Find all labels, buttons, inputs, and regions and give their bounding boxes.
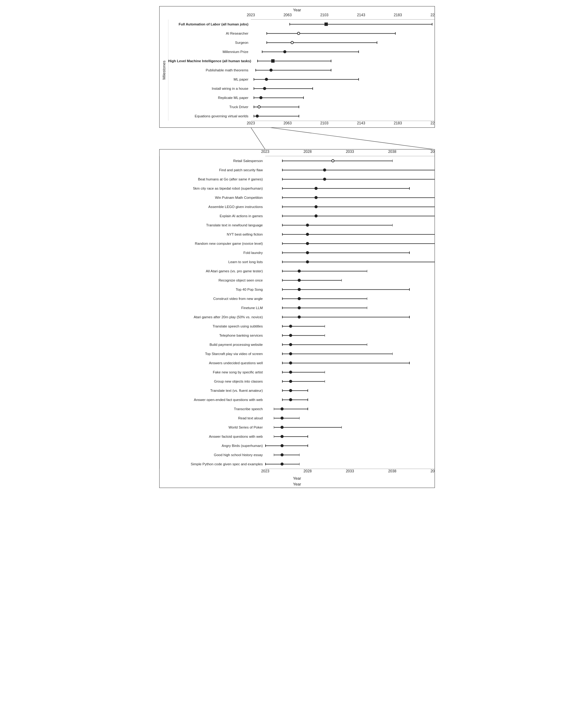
- cap-left-14: [282, 288, 283, 291]
- cap-left-33: [265, 463, 266, 465]
- cap-left-18: [282, 325, 283, 327]
- dot-1: [297, 32, 300, 35]
- whisker-7: [254, 88, 312, 89]
- cap-right-17: [409, 316, 410, 318]
- whisker-28: [274, 418, 299, 418]
- cap-left-20: [282, 343, 283, 346]
- x-tick-top-2: 2033: [346, 149, 354, 154]
- row-label-29: World Series of Poker: [160, 426, 265, 429]
- dot-9: [257, 105, 260, 108]
- whisker-13: [282, 280, 341, 281]
- row-plot-22: [265, 358, 435, 368]
- row-label-5: Assemble LEGO given instructions: [160, 205, 265, 209]
- row-label-23: Fake new song by specific artist: [160, 370, 265, 374]
- row-label-10: Equations governing virtual worlds: [168, 114, 251, 118]
- row-label-2: Surgeon: [168, 41, 251, 44]
- cap-left-32: [274, 454, 274, 456]
- dot-24: [289, 380, 292, 383]
- cap-left-29: [274, 426, 274, 429]
- row-item: High Level Machine Intelligence (all hum…: [168, 56, 435, 65]
- row-plot-21: [265, 349, 435, 358]
- cap-right-2: [377, 41, 377, 44]
- x-tick-top-4: 2043: [430, 149, 435, 154]
- row-plot-33: [265, 459, 435, 469]
- row-item: Explain AI actions in games: [160, 211, 435, 221]
- dot-2: [291, 41, 294, 44]
- row-plot-16: [265, 303, 435, 312]
- whisker-10: [282, 252, 409, 253]
- row-item: Top 40 Pop Song: [160, 285, 435, 294]
- x-tick-bottom-1: 2063: [284, 121, 292, 125]
- cap-left-7: [254, 87, 254, 90]
- row-item: Fold laundry: [160, 248, 435, 257]
- cap-right-0: [432, 23, 433, 25]
- whisker-21: [282, 353, 392, 354]
- cap-right-29: [341, 426, 342, 429]
- row-label-28: Read text aloud: [160, 416, 265, 420]
- dot-5: [270, 68, 273, 72]
- row-plot-12: [265, 266, 435, 276]
- cap-right-8: [435, 233, 435, 235]
- cap-left-0: [282, 160, 283, 162]
- row-plot-1: [251, 29, 435, 38]
- cap-left-16: [282, 307, 283, 309]
- cap-right-2: [435, 178, 435, 180]
- cap-left-6: [254, 78, 254, 81]
- cap-left-24: [282, 380, 283, 383]
- whisker-8: [282, 234, 435, 234]
- top-plot-area: 202320632103214321832223Full Automation …: [168, 13, 435, 127]
- x-tick-bottom-0: 2023: [261, 469, 270, 473]
- whisker-25: [282, 390, 308, 391]
- cap-right-3: [358, 50, 359, 53]
- row-plot-6: [251, 75, 435, 84]
- row-plot-18: [265, 322, 435, 331]
- row-item: Publishable math theorems: [168, 65, 435, 75]
- cap-right-7: [312, 87, 313, 90]
- row-item: NYT best-selling fiction: [160, 230, 435, 239]
- row-item: Assemble LEGO given instructions: [160, 202, 435, 211]
- row-plot-5: [251, 65, 435, 75]
- cap-right-20: [367, 343, 368, 346]
- row-item: Surgeon: [168, 38, 435, 47]
- row-plot-20: [265, 340, 435, 349]
- row-plot-31: [265, 441, 435, 450]
- cap-right-9: [435, 242, 435, 245]
- row-item: Retail Salesperson: [160, 156, 435, 165]
- cap-left-9: [282, 242, 283, 245]
- row-item: Answer factoid questions with web: [160, 432, 435, 441]
- row-item: Finetune LLM: [160, 303, 435, 312]
- dot-29: [280, 426, 284, 429]
- dot-17: [298, 315, 301, 319]
- row-label-4: High Level Machine Intelligence (all hum…: [168, 59, 251, 63]
- dot-6: [315, 214, 318, 218]
- row-plot-8: [265, 230, 435, 239]
- dot-23: [289, 371, 292, 374]
- whisker-26: [282, 399, 308, 400]
- x-tick-top-3: 2143: [357, 13, 365, 17]
- whisker-7: [282, 225, 392, 225]
- cap-right-26: [308, 398, 308, 401]
- x-tick-top-1: 2028: [303, 149, 312, 154]
- dot-8: [259, 96, 262, 99]
- x-tick-bottom-3: 2143: [357, 121, 365, 125]
- row-item: Transcribe speech: [160, 404, 435, 413]
- cap-right-4: [435, 196, 435, 199]
- row-item: Telephone banking services: [160, 331, 435, 340]
- cap-right-15: [367, 298, 368, 300]
- row-item: 5km city race as bipedal robot (superhum…: [160, 184, 435, 193]
- row-plot-10: [251, 111, 435, 121]
- row-label-30: Answer factoid questions with web: [160, 435, 265, 438]
- row-item: Recognize object seen once: [160, 276, 435, 285]
- x-tick-bottom-4: 2043: [430, 469, 435, 473]
- whisker-17: [282, 317, 409, 317]
- cap-right-30: [308, 435, 308, 438]
- cap-right-0: [392, 160, 393, 162]
- cap-right-12: [367, 270, 368, 272]
- row-plot-24: [265, 377, 435, 386]
- row-label-8: Replicate ML paper: [168, 96, 251, 100]
- row-plot-10: [265, 248, 435, 257]
- top-axis-title: Year: [160, 6, 435, 13]
- row-item: Simple Python code given spec and exampl…: [160, 459, 435, 469]
- cap-left-31: [265, 445, 266, 447]
- cap-right-13: [341, 279, 342, 282]
